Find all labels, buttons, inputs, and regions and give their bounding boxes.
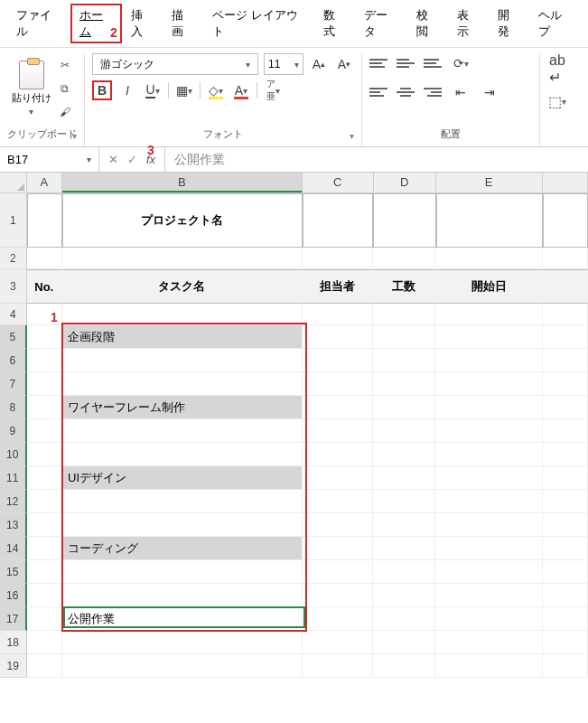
group-align-label: 配置: [441, 128, 461, 139]
row-header[interactable]: 9: [0, 419, 27, 443]
header-cell[interactable]: 担当者: [303, 269, 374, 304]
decrease-font-icon[interactable]: A▾: [334, 54, 354, 74]
font-size-select[interactable]: 11▾: [264, 53, 303, 75]
annotation-2: 2: [110, 25, 117, 40]
row-header[interactable]: 8: [0, 396, 27, 419]
paste-icon: [19, 61, 44, 89]
select-all-corner[interactable]: [0, 173, 27, 192]
font-name-select[interactable]: 游ゴシック▾: [92, 53, 258, 75]
row-header[interactable]: 1: [0, 193, 27, 248]
indent-decrease-icon[interactable]: ⇤: [451, 82, 471, 102]
row-header[interactable]: 6: [0, 349, 27, 372]
font-color-button[interactable]: A ▾: [231, 80, 251, 100]
align-middle-icon[interactable]: [397, 55, 415, 71]
row-header[interactable]: 2: [0, 248, 27, 269]
col-header-A[interactable]: A: [27, 173, 62, 192]
indent-increase-icon[interactable]: ⇥: [480, 82, 499, 102]
row-header[interactable]: 10: [0, 443, 27, 466]
project-name-cell[interactable]: プロジェクト名: [62, 193, 303, 248]
wrap-text-icon[interactable]: ab↵: [547, 59, 567, 79]
col-header-B[interactable]: B: [62, 173, 303, 192]
row-header[interactable]: 16: [0, 584, 27, 607]
menu-数式[interactable]: 数式: [314, 4, 355, 43]
menu-挿入[interactable]: 挿入: [122, 4, 163, 43]
annotation-1: 1: [51, 310, 58, 324]
row-header[interactable]: 7: [0, 372, 27, 396]
chevron-down-icon: ▾: [29, 107, 33, 117]
paste-button[interactable]: 貼り付け ▾: [12, 61, 51, 117]
row-header[interactable]: 17: [0, 607, 27, 631]
formula-input[interactable]: 公開作業: [165, 147, 588, 172]
menu-表示[interactable]: 表示: [448, 4, 489, 43]
group-align: ⟳ ▾ ⇤ ⇥ 配置: [362, 53, 540, 146]
menu-描画[interactable]: 描画: [163, 4, 203, 43]
task-cell[interactable]: 企画段階: [62, 325, 303, 349]
group-clipboard-label: クリップボード: [7, 128, 77, 139]
format-painter-icon[interactable]: 🖌: [57, 104, 73, 120]
col-header-E[interactable]: E: [436, 173, 543, 192]
menu-開発[interactable]: 開発: [489, 4, 529, 43]
col-header-[interactable]: [543, 173, 588, 192]
menu-bar: ファイルホーム挿入描画ページ レイアウト数式データ校閲表示開発ヘルプ: [0, 0, 588, 47]
align-right-icon[interactable]: [424, 84, 442, 100]
align-center-icon[interactable]: [397, 84, 415, 100]
orientation-icon[interactable]: ⟳ ▾: [451, 53, 471, 73]
copy-icon[interactable]: ⧉: [57, 80, 73, 97]
cancel-icon[interactable]: ✕: [108, 153, 118, 166]
dialog-launcher-icon[interactable]: ▾: [72, 131, 77, 141]
formula-bar: B17▾ ✕ ✓ fx 公開作業: [0, 147, 588, 173]
row-header[interactable]: 15: [0, 560, 27, 584]
menu-ページ レイアウト[interactable]: ページ レイアウト: [203, 4, 314, 43]
row-header[interactable]: 11: [0, 466, 27, 490]
align-left-icon[interactable]: [369, 84, 387, 100]
row-header[interactable]: 3: [0, 269, 27, 304]
menu-校閲[interactable]: 校閲: [407, 4, 448, 43]
spreadsheet-grid[interactable]: ABCDE1プロジェクト名23No.タスク名担当者工数開始日45企画段階678ワ…: [0, 173, 588, 678]
task-cell[interactable]: UIデザイン: [62, 466, 303, 490]
cut-icon[interactable]: ✂: [57, 57, 73, 73]
group-font: 游ゴシック▾ 11▾ A▴ A▾ B I U ▾ ▦ ▾ ◇ ▾ A ▾ ア亜 …: [85, 53, 362, 146]
header-cell[interactable]: 工数: [373, 269, 435, 304]
row-header[interactable]: 13: [0, 513, 27, 537]
align-bottom-icon[interactable]: [424, 55, 442, 71]
task-cell[interactable]: ワイヤーフレーム制作: [62, 396, 303, 419]
group-font-label: フォント: [203, 128, 243, 139]
col-header-D[interactable]: D: [374, 173, 436, 192]
fill-color-button[interactable]: ◇ ▾: [206, 80, 226, 100]
header-cell[interactable]: [543, 269, 588, 304]
menu-ヘルプ[interactable]: ヘルプ: [529, 4, 581, 43]
col-header-C[interactable]: C: [303, 173, 374, 192]
italic-button[interactable]: I: [117, 80, 137, 100]
underline-button[interactable]: U ▾: [143, 80, 163, 100]
dialog-launcher-icon[interactable]: ▾: [350, 131, 354, 141]
phonetic-button[interactable]: ア亜 ▾: [263, 80, 283, 100]
annotation-3: 3: [147, 143, 154, 157]
merge-cells-icon[interactable]: ⬚ ▾: [547, 91, 567, 111]
paste-label: 貼り付け: [12, 91, 51, 105]
task-cell[interactable]: 公開作業: [62, 607, 303, 631]
increase-font-icon[interactable]: A▴: [309, 54, 329, 74]
row-header[interactable]: 18: [0, 631, 27, 654]
task-cell[interactable]: コーディング: [62, 537, 303, 560]
align-top-icon[interactable]: [369, 55, 387, 71]
border-button[interactable]: ▦ ▾: [174, 80, 194, 100]
row-header[interactable]: 5: [0, 325, 27, 349]
row-header[interactable]: 4: [0, 304, 27, 325]
menu-データ[interactable]: データ: [355, 4, 406, 43]
header-cell[interactable]: No.: [27, 269, 63, 304]
group-clipboard: 貼り付け ▾ ✂ ⧉ 🖌 クリップボード▾: [0, 53, 85, 146]
row-header[interactable]: 12: [0, 490, 27, 513]
row-header[interactable]: 19: [0, 654, 27, 678]
enter-icon[interactable]: ✓: [127, 153, 137, 166]
header-cell[interactable]: タスク名: [62, 269, 303, 304]
header-cell[interactable]: 開始日: [435, 269, 542, 304]
ribbon: 貼り付け ▾ ✂ ⧉ 🖌 クリップボード▾ 游ゴシック▾ 11▾ A▴ A▾ B…: [0, 47, 588, 147]
bold-button[interactable]: B: [92, 80, 112, 100]
row-header[interactable]: 14: [0, 537, 27, 560]
group-wrap: ab↵ ⬚ ▾: [540, 53, 574, 146]
menu-ファイル[interactable]: ファイル: [7, 4, 70, 43]
name-box[interactable]: B17▾: [0, 147, 99, 172]
